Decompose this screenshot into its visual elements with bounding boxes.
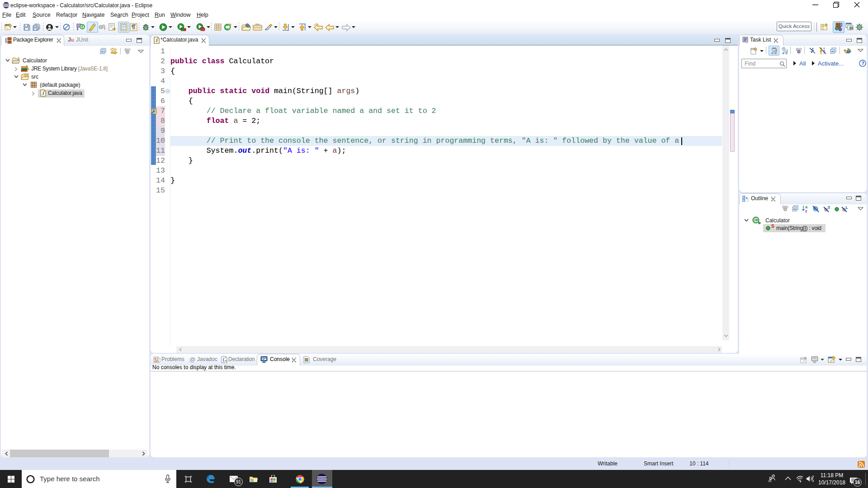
svg-text:J: J — [17, 57, 19, 61]
svg-text:J: J — [840, 23, 843, 28]
svg-text:C: C — [850, 27, 853, 30]
svg-text:J: J — [42, 91, 44, 96]
svg-text:J: J — [155, 38, 158, 43]
svg-text:{: { — [222, 358, 225, 362]
svg-text:?: ? — [861, 61, 864, 66]
svg-text:z: z — [805, 209, 807, 213]
svg-text:C: C — [755, 217, 758, 223]
svg-text:S: S — [828, 205, 830, 210]
svg-text:L: L — [846, 205, 849, 210]
